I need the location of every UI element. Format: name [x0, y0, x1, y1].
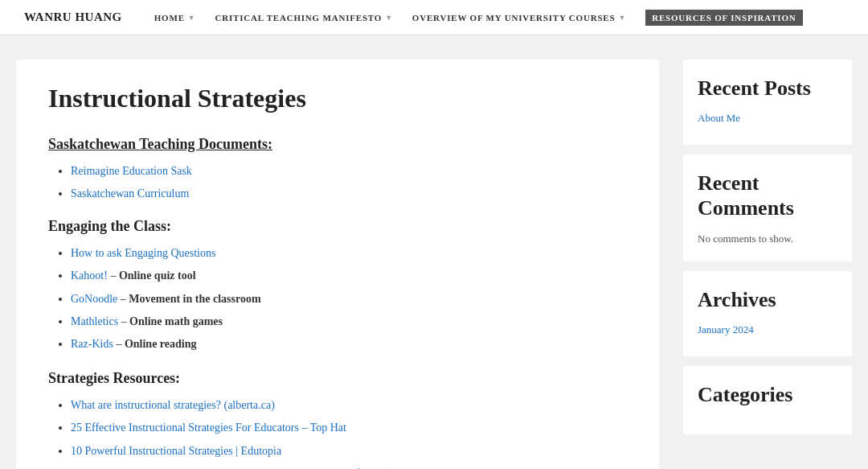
mathletics-link[interactable]: Mathletics — [71, 315, 118, 327]
gonoodle-link[interactable]: GoNoodle — [71, 293, 117, 305]
archives-widget: Archives January 2024 — [683, 271, 852, 356]
section2-list: How to ask Engaging Questions Kahoot! – … — [48, 245, 627, 354]
25-effective-link[interactable]: 25 Effective Instructional Strategies Fo… — [71, 422, 346, 434]
navigation: WANRU HUANG HOME ▼ CRITICAL TEACHING MAN… — [0, 0, 868, 35]
list-item: GoNoodle – Movement in the classroom — [71, 290, 627, 308]
kahoot-suffix: – Online quiz tool — [110, 269, 195, 282]
section3-heading: Strategies Resources: — [48, 370, 627, 387]
section-resources: Strategies Resources: What are instructi… — [48, 370, 627, 469]
chevron-down-icon: ▼ — [618, 14, 626, 22]
nav-home-label: HOME — [154, 13, 185, 23]
10-powerful-link[interactable]: 10 Powerful Instructional Strategies | E… — [71, 445, 281, 457]
list-item: Raz-Kids – Online reading — [71, 335, 627, 353]
page-title: Instructional Strategies — [48, 84, 627, 113]
engaging-questions-link[interactable]: How to ask Engaging Questions — [71, 247, 215, 259]
mathletics-suffix: – Online math games — [121, 315, 223, 327]
list-item: 10 Powerful Instructional Strategies | E… — [71, 442, 627, 460]
categories-widget: Categories — [683, 366, 852, 434]
list-item: How to ask Engaging Questions — [71, 245, 627, 262]
chevron-down-icon: ▼ — [188, 14, 196, 22]
archives-title: Archives — [698, 287, 837, 312]
site-logo[interactable]: WANRU HUANG — [24, 10, 122, 24]
section1-heading: Saskatchewan Teaching Documents: — [48, 136, 627, 153]
reimagine-link[interactable]: Reimagine Education Sask — [71, 165, 192, 177]
section3-list: What are instructional strategies? (albe… — [48, 397, 627, 469]
no-comments-text: No comments to show. — [698, 232, 837, 245]
kahoot-link[interactable]: Kahoot! — [71, 269, 108, 282]
january-2024-link[interactable]: January 2024 — [698, 323, 837, 336]
list-item: What are instructional strategies? (albe… — [71, 397, 627, 414]
what-are-strategies-link[interactable]: What are instructional strategies? (albe… — [71, 399, 275, 411]
recent-comments-widget: Recent Comments No comments to show. — [683, 154, 852, 261]
nav-resources[interactable]: RESOURCES OF INSPIRATION — [645, 10, 802, 26]
list-item: Mathletics – Online math games — [71, 313, 627, 331]
section1-list: Reimagine Education Sask Saskatchewan Cu… — [48, 163, 627, 204]
sidebar: Recent Posts About Me Recent Comments No… — [683, 60, 852, 469]
nav-critical[interactable]: CRITICAL TEACHING MANIFESTO ▼ — [215, 13, 393, 23]
raz-kids-link[interactable]: Raz-Kids — [71, 338, 113, 350]
list-item: Kahoot! – Online quiz tool — [71, 267, 627, 285]
nav-critical-label: CRITICAL TEACHING MANIFESTO — [215, 13, 383, 23]
list-item: 25 Effective Instructional Strategies Fo… — [71, 419, 627, 437]
nav-home[interactable]: HOME ▼ — [154, 13, 196, 23]
categories-title: Categories — [698, 382, 837, 407]
list-item: Instructional Strategies | Saskatchewan … — [71, 465, 627, 469]
recent-posts-title: Recent Posts — [698, 76, 837, 101]
sask-curriculum-link[interactable]: Saskatchewan Curriculum — [71, 187, 189, 200]
recent-comments-title: Recent Comments — [698, 171, 837, 220]
nav-overview-label: OVERVIEW OF MY UNIVERSITY COURSES — [412, 13, 616, 23]
raz-kids-suffix: – Online reading — [116, 338, 196, 350]
about-me-link[interactable]: About Me — [698, 112, 837, 125]
recent-posts-widget: Recent Posts About Me — [683, 60, 852, 145]
gonoodle-suffix: – Movement in the classroom — [121, 293, 261, 305]
list-item: Saskatchewan Curriculum — [71, 185, 627, 203]
main-content: Instructional Strategies Saskatchewan Te… — [16, 60, 659, 469]
section2-heading: Engaging the Class: — [48, 218, 627, 235]
nav-overview[interactable]: OVERVIEW OF MY UNIVERSITY COURSES ▼ — [412, 13, 626, 23]
nav-links: HOME ▼ CRITICAL TEACHING MANIFESTO ▼ OVE… — [154, 10, 844, 26]
page-wrapper: Instructional Strategies Saskatchewan Te… — [0, 35, 868, 469]
nav-resources-label: RESOURCES OF INSPIRATION — [652, 13, 796, 23]
list-item: Reimagine Education Sask — [71, 163, 627, 180]
chevron-down-icon: ▼ — [385, 14, 393, 22]
